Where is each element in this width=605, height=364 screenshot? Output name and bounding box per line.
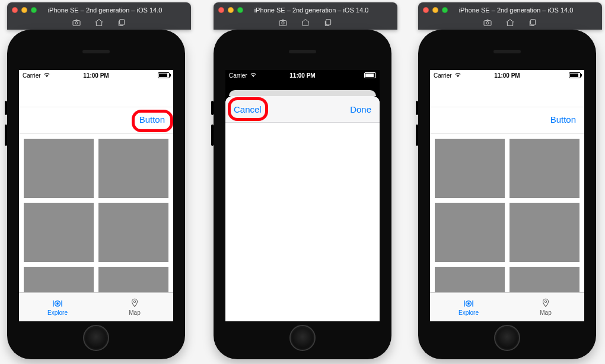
grid-tile[interactable] [98, 267, 168, 292]
minimize-window-button[interactable] [432, 7, 438, 13]
status-bar: Carrier 11:00 PM [430, 70, 584, 81]
app-switcher-icon[interactable] [528, 18, 537, 27]
wifi-icon [43, 72, 50, 79]
device-screen: Carrier 11:00 PM Cancel Done [225, 70, 380, 321]
grid-tile[interactable] [98, 139, 168, 198]
home-button[interactable] [494, 325, 520, 351]
explore-icon [51, 298, 64, 309]
svg-point-5 [133, 301, 135, 302]
status-time: 11:00 PM [83, 72, 109, 79]
home-icon[interactable] [94, 18, 104, 27]
grid-tile[interactable] [435, 203, 505, 262]
simulator-titlebar: iPhone SE – 2nd generation – iOS 14.0 [214, 2, 397, 30]
map-pin-icon [541, 298, 550, 309]
device-screen: Carrier 11:00 PM Button [430, 70, 584, 321]
simulator-toolbar [12, 15, 186, 28]
modal-nav-bar: Cancel Done [225, 96, 380, 123]
header-section: Button [430, 107, 584, 134]
map-pin-icon [130, 298, 139, 309]
nav-bar [19, 81, 173, 107]
traffic-lights [423, 7, 448, 13]
done-button[interactable]: Done [350, 104, 371, 114]
screenshot-icon[interactable] [278, 18, 288, 27]
modal-sheet: Cancel Done [225, 96, 380, 321]
window-title: iPhone SE – 2nd generation – iOS 14.0 [42, 7, 168, 14]
window-title: iPhone SE – 2nd generation – iOS 14.0 [248, 7, 375, 14]
tab-bar: Explore Map [19, 292, 173, 321]
grid-tile[interactable] [510, 267, 579, 292]
battery-icon [569, 72, 581, 78]
close-window-button[interactable] [12, 7, 18, 13]
battery-icon [364, 72, 376, 78]
minimize-window-button[interactable] [228, 7, 234, 13]
simulator-titlebar: iPhone SE – 2nd generation – iOS 14.0 [418, 2, 602, 30]
screenshot-icon[interactable] [72, 18, 81, 27]
grid-tile[interactable] [435, 267, 505, 292]
svg-point-10 [486, 22, 489, 24]
home-icon[interactable] [301, 18, 310, 27]
iphone-frame: Carrier 11:00 PM Button [7, 30, 185, 359]
app-switcher-icon[interactable] [117, 18, 126, 27]
tab-map[interactable]: Map [507, 293, 584, 321]
tab-map-label: Map [540, 309, 551, 316]
zoom-window-button[interactable] [442, 7, 448, 13]
iphone-frame: Carrier 11:00 PM Cancel Done [214, 30, 391, 359]
cancel-button[interactable]: Cancel [234, 104, 262, 114]
svg-point-13 [467, 302, 470, 305]
header-section: Button [19, 107, 173, 134]
earpiece [82, 50, 110, 53]
filter-button[interactable]: Button [550, 114, 576, 124]
home-button[interactable] [83, 325, 109, 351]
close-window-button[interactable] [423, 7, 429, 13]
svg-rect-0 [73, 21, 80, 26]
carrier-label: Carrier [229, 72, 247, 79]
nav-bar [430, 81, 584, 107]
simulator-toolbar [423, 15, 597, 28]
tab-explore-label: Explore [458, 309, 479, 316]
grid-tile[interactable] [98, 203, 168, 262]
explore-grid[interactable] [19, 134, 173, 292]
simulator-titlebar: iPhone SE – 2nd generation – iOS 14.0 [7, 2, 191, 30]
filter-button[interactable]: Button [139, 114, 165, 124]
explore-grid[interactable] [430, 134, 584, 292]
svg-point-14 [544, 301, 546, 302]
grid-tile[interactable] [435, 139, 505, 198]
app-switcher-icon[interactable] [323, 18, 333, 27]
grid-tile[interactable] [24, 139, 94, 198]
zoom-window-button[interactable] [237, 7, 243, 13]
status-time: 11:00 PM [494, 72, 520, 79]
tab-map[interactable]: Map [96, 293, 173, 321]
wifi-icon [250, 72, 257, 79]
grid-tile[interactable] [24, 267, 94, 292]
minimize-window-button[interactable] [21, 7, 27, 13]
window-title: iPhone SE – 2nd generation – iOS 14.0 [453, 7, 579, 14]
svg-point-1 [75, 22, 78, 24]
screenshot-icon[interactable] [483, 18, 492, 27]
dimmed-card-behind [229, 90, 376, 96]
svg-rect-8 [326, 20, 331, 25]
traffic-lights [218, 7, 243, 13]
simulator-toolbar [218, 15, 393, 28]
grid-tile[interactable] [510, 139, 579, 198]
svg-rect-9 [484, 21, 491, 26]
svg-rect-11 [531, 20, 536, 25]
status-bar: Carrier 11:00 PM [19, 70, 173, 81]
svg-point-7 [282, 22, 284, 24]
close-window-button[interactable] [218, 7, 224, 13]
tab-bar: Explore Map [430, 292, 584, 321]
tab-explore[interactable]: Explore [430, 293, 507, 321]
home-icon[interactable] [505, 18, 515, 27]
modal-content-empty [225, 123, 380, 321]
svg-point-4 [56, 302, 59, 305]
earpiece [493, 50, 521, 53]
battery-icon [158, 72, 170, 78]
traffic-lights [12, 7, 37, 13]
status-time: 11:00 PM [289, 72, 315, 79]
tab-explore[interactable]: Explore [19, 293, 96, 321]
grid-tile[interactable] [510, 203, 579, 262]
zoom-window-button[interactable] [31, 7, 37, 13]
iphone-frame: Carrier 11:00 PM Button [418, 30, 596, 359]
home-button[interactable] [289, 325, 316, 351]
grid-tile[interactable] [24, 203, 94, 262]
device-screen: Carrier 11:00 PM Button [19, 70, 173, 321]
